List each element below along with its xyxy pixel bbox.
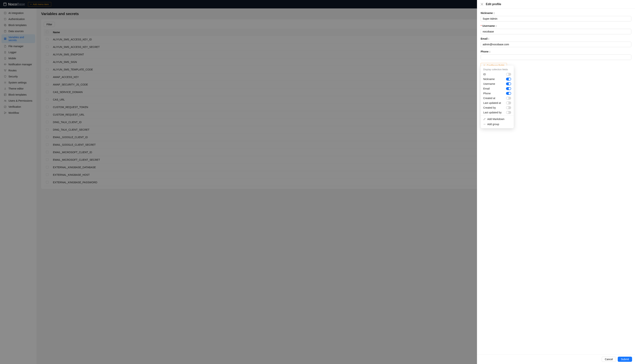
edit-profile-drawer: Edit profile Nickname Username Email Pho…: [477, 0, 635, 364]
add-markdown-action[interactable]: Add Markdown: [481, 116, 514, 122]
drawer-footer: Cancel Submit: [477, 354, 635, 364]
switch[interactable]: [506, 92, 511, 95]
username-input[interactable]: [481, 29, 631, 34]
line-icon: [483, 123, 486, 126]
field-label: Email: [483, 87, 490, 90]
phone-label: Phone: [481, 50, 631, 54]
phone-input[interactable]: [481, 54, 631, 60]
switch[interactable]: [506, 87, 511, 90]
nickname-input[interactable]: [481, 16, 631, 22]
field-toggle-username[interactable]: Username: [481, 82, 514, 86]
field-toggle-email[interactable]: Email: [481, 86, 514, 91]
add-markdown-label: Add Markdown: [487, 118, 504, 120]
field-label: ID: [483, 73, 486, 76]
field-label: Created at: [483, 97, 495, 100]
field-toggle-created-at[interactable]: Created at: [481, 96, 514, 100]
drawer-title: Edit profile: [486, 2, 501, 6]
field-label: Username: [483, 82, 495, 85]
popover-title: Display collection fields: [481, 67, 514, 72]
switch[interactable]: [506, 111, 511, 114]
switch[interactable]: [506, 82, 511, 85]
cancel-button[interactable]: Cancel: [602, 357, 616, 362]
field-label: Last updated by: [483, 111, 502, 114]
email-input[interactable]: [481, 42, 631, 47]
field-label: Phone: [483, 92, 491, 95]
switch[interactable]: [506, 97, 511, 100]
email-label: Email: [481, 37, 631, 40]
field-toggle-id[interactable]: ID: [481, 72, 514, 77]
field-label: Nickname: [483, 78, 495, 80]
field-label: Last updated at: [483, 102, 501, 104]
nickname-label: Nickname: [481, 12, 631, 15]
field-label: Created by: [483, 106, 496, 109]
field-toggle-created-by[interactable]: Created by: [481, 105, 514, 110]
switch[interactable]: [506, 73, 511, 76]
submit-button[interactable]: Submit: [618, 357, 632, 362]
configure-fields-popover: Display collection fields IDNicknameUser…: [481, 66, 514, 128]
field-toggle-last-updated-by[interactable]: Last updated by: [481, 110, 514, 115]
switch[interactable]: [506, 102, 511, 104]
field-toggle-last-updated-at[interactable]: Last updated at: [481, 100, 514, 105]
username-label: Username: [481, 24, 631, 28]
field-toggle-phone[interactable]: Phone: [481, 91, 514, 96]
drawer-header: Edit profile: [477, 0, 635, 8]
add-group-label: Add group: [487, 123, 499, 126]
close-icon[interactable]: [481, 3, 483, 6]
switch[interactable]: [506, 78, 511, 80]
drawer-body: Nickname Username Email Phone Configure …: [477, 8, 635, 354]
edit-icon: [483, 118, 486, 120]
field-toggle-nickname[interactable]: Nickname: [481, 77, 514, 82]
add-group-action[interactable]: Add group: [481, 122, 514, 127]
popover-separator: [481, 116, 514, 116]
switch[interactable]: [506, 106, 511, 109]
